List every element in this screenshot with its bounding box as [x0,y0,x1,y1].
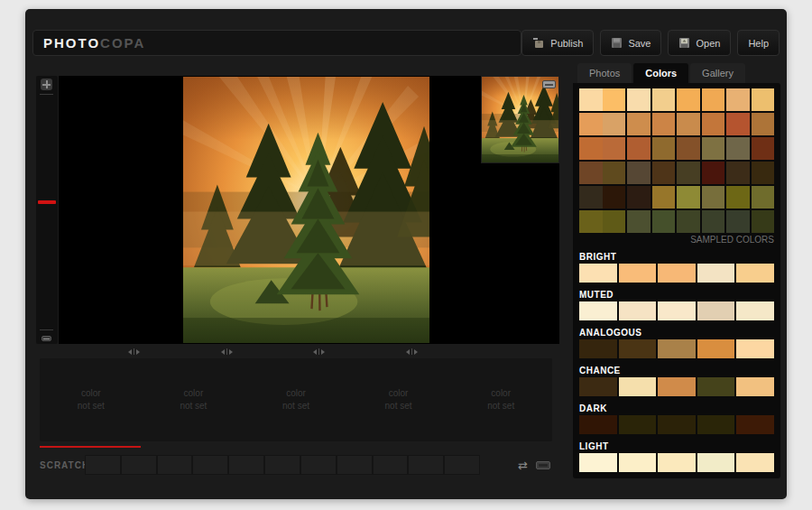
tab-colors[interactable]: Colors [633,63,688,83]
tab-gallery[interactable]: Gallery [690,63,745,83]
palette-swatch[interactable] [697,453,735,472]
thumbnail-collapse-icon[interactable] [542,80,556,88]
palette-swatch[interactable] [697,377,735,396]
sampled-swatch[interactable] [677,186,700,209]
help-button[interactable]: Help [737,30,780,56]
palette-swatch[interactable] [619,415,657,434]
palette-swatch[interactable] [697,415,735,434]
scratch-cell[interactable] [337,456,372,474]
slot-resize-handle[interactable] [128,348,140,355]
sampled-swatch[interactable] [652,210,676,233]
sampled-swatch[interactable] [726,137,750,160]
sampled-swatch[interactable] [702,162,725,184]
color-slot[interactable]: colornot set [347,358,450,441]
tab-photos[interactable]: Photos [577,63,632,83]
sampled-swatch[interactable] [627,186,651,209]
sampled-swatch-wide[interactable] [579,113,625,135]
collapse-panel-icon[interactable] [536,461,550,469]
color-slot[interactable]: colornot set [40,358,143,441]
palette-swatch[interactable] [736,415,774,434]
palette-swatch[interactable] [579,339,617,358]
palette-swatch[interactable] [619,301,657,320]
palette-swatch[interactable] [658,264,696,283]
sampled-swatch-half[interactable] [603,210,626,233]
zoom-out-icon[interactable] [42,336,51,341]
sampled-swatch[interactable] [726,210,750,233]
swap-arrows-icon[interactable]: ⇄ [518,459,528,471]
palette-swatch[interactable] [658,415,696,434]
palette-swatch[interactable] [736,453,774,472]
palette-swatch[interactable] [579,264,617,283]
sampled-swatch-half[interactable] [579,162,603,184]
color-slot[interactable]: colornot set [245,358,347,441]
palette-swatch[interactable] [697,339,735,358]
photo-image[interactable] [183,77,429,343]
photo-thumbnail[interactable] [482,77,558,162]
palette-swatch[interactable] [619,339,657,358]
scratch-cell[interactable] [193,456,227,474]
scratch-cell[interactable] [229,456,263,474]
color-slot[interactable]: colornot set [449,358,552,441]
zoom-slider-handle[interactable] [38,200,56,204]
palette-swatch[interactable] [619,377,657,396]
scratch-cell[interactable] [86,456,120,474]
palette-swatch[interactable] [697,264,735,283]
palette-swatch[interactable] [619,264,657,283]
scratch-cell[interactable] [158,456,192,474]
palette-swatch[interactable] [736,264,774,283]
sampled-swatch[interactable] [627,162,651,184]
scratch-cell[interactable] [265,456,300,474]
sampled-swatch[interactable] [752,186,775,209]
palette-swatch[interactable] [697,301,735,320]
sampled-swatch-wide[interactable] [579,210,625,233]
sampled-swatch[interactable] [726,113,750,135]
sampled-swatch[interactable] [752,162,775,184]
sampled-swatch[interactable] [726,186,750,209]
sampled-swatch[interactable] [702,137,725,160]
scratch-cell[interactable] [122,456,156,474]
sampled-swatch[interactable] [652,162,676,184]
sampled-swatch-half[interactable] [579,137,603,160]
sampled-swatch[interactable] [677,162,700,184]
palette-swatch[interactable] [619,453,657,472]
photo-canvas[interactable] [59,76,559,344]
scratch-cell[interactable] [301,456,336,474]
sampled-swatch-half[interactable] [603,137,626,160]
palette-swatch[interactable] [658,339,696,358]
zoom-in-icon[interactable] [41,79,52,90]
sampled-swatch-wide[interactable] [579,88,625,111]
sampled-swatch[interactable] [627,88,651,111]
sampled-swatch[interactable] [752,137,775,160]
palette-swatch[interactable] [736,377,774,396]
sampled-swatch-half[interactable] [603,113,626,135]
sampled-swatch[interactable] [627,137,651,160]
zoom-slider[interactable] [36,76,58,344]
sampled-swatch[interactable] [652,186,676,209]
open-button[interactable]: Open [668,30,731,56]
palette-swatch[interactable] [579,377,617,396]
sampled-swatch-half[interactable] [603,88,626,111]
scratch-cell[interactable] [409,456,443,474]
scratch-cell[interactable] [445,456,479,474]
palette-swatch[interactable] [658,377,696,396]
sampled-swatch-wide[interactable] [579,186,625,209]
sampled-swatch[interactable] [752,88,775,111]
palette-swatch[interactable] [658,453,696,472]
sampled-swatch-half[interactable] [603,162,626,184]
sampled-swatch-wide[interactable] [579,162,625,184]
sampled-swatch[interactable] [726,88,750,111]
palette-swatch[interactable] [658,301,696,320]
sampled-swatch-half[interactable] [579,186,603,209]
sampled-swatch[interactable] [677,137,700,160]
sampled-swatch-half[interactable] [579,113,603,135]
sampled-swatch-half[interactable] [579,210,603,233]
sampled-swatch[interactable] [627,210,651,233]
publish-button[interactable]: Publish [521,30,594,56]
sampled-swatch[interactable] [677,210,700,233]
palette-swatch[interactable] [736,339,774,358]
slot-resize-handle[interactable] [406,348,418,355]
slot-resize-handle[interactable] [313,348,325,355]
slot-resize-handle[interactable] [221,348,233,355]
sampled-swatch[interactable] [702,210,725,233]
sampled-swatch[interactable] [702,186,725,209]
